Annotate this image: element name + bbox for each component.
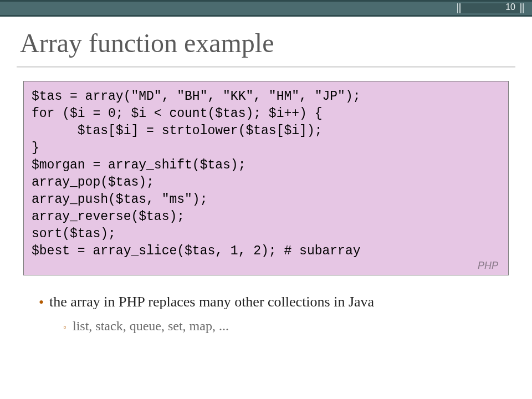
bullet-text: the array in PHP replaces many other col… [49, 294, 374, 310]
title-divider [17, 66, 515, 68]
code-line: array_push($tas, "ms"); [32, 191, 500, 208]
bullet-level-1: • the array in PHP replaces many other c… [39, 294, 510, 311]
code-line: $tas[$i] = strtolower($tas[$i]); [32, 122, 500, 140]
code-language-label: PHP [32, 260, 500, 273]
code-line: array_reverse($tas); [32, 208, 500, 226]
code-line: $morgan = array_shift($tas); [32, 157, 500, 174]
code-line: array_pop($tas); [32, 174, 500, 191]
page-number: 10 [505, 2, 515, 12]
code-line: sort($tas); [32, 226, 500, 243]
header-band [0, 0, 532, 17]
code-block: $tas = array("MD", "BH", "KK", "HM", "JP… [23, 81, 509, 275]
bullet-list: • the array in PHP replaces many other c… [39, 294, 510, 334]
code-line: } [32, 140, 500, 157]
code-line: $best = array_slice($tas, 1, 2); # subar… [32, 243, 500, 260]
bullet-level-2: ▫ list, stack, queue, set, map, ... [63, 319, 510, 334]
bullet-square-icon: ▫ [63, 323, 66, 332]
slide: 10 Array function example $tas = array("… [0, 0, 532, 399]
slide-title: Array function example [20, 28, 274, 58]
code-line: $tas = array("MD", "BH", "KK", "HM", "JP… [32, 88, 500, 105]
bullet-dot-icon: • [39, 294, 44, 311]
code-line: for ($i = 0; $i < count($tas); $i++) { [32, 105, 500, 122]
bullet-text: list, stack, queue, set, map, ... [73, 319, 229, 334]
